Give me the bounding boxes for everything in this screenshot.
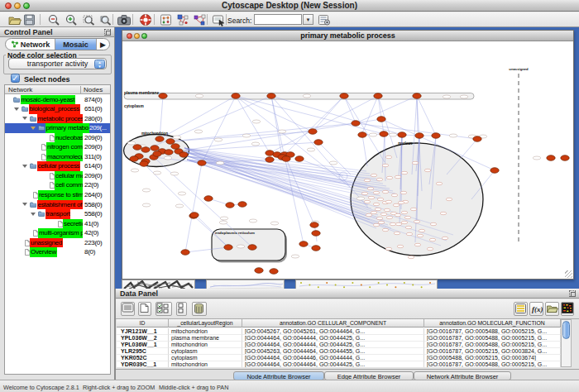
network-node[interactable] <box>270 269 278 275</box>
float-panel-icon[interactable] <box>104 29 111 36</box>
network-node[interactable] <box>398 132 406 138</box>
network-node[interactable] <box>415 133 423 139</box>
tab-overflow-button[interactable]: ▶ <box>96 39 109 50</box>
network-node[interactable] <box>248 245 256 251</box>
tab-network[interactable]: Network <box>6 39 55 50</box>
network-node[interactable] <box>314 140 323 146</box>
select-nodes-checkbox[interactable]: ✓ <box>11 74 20 83</box>
network-window-titlebar[interactable]: primary metabolic process <box>122 31 573 41</box>
network-zoom-icon[interactable] <box>141 33 147 39</box>
tab-network-attribute-browser[interactable]: Network Attribute Browser <box>414 371 511 380</box>
background-window-fragment[interactable] <box>122 280 195 289</box>
formula-builder-icon[interactable]: f(x) <box>529 302 543 316</box>
import-attributes-icon[interactable] <box>514 302 528 316</box>
tree-row-multi-organism-pro[interactable]: multi-organism pro42(0) <box>5 228 110 238</box>
network-node[interactable] <box>380 131 388 137</box>
tree-row-cell-communicat[interactable]: cell communicat22(0) <box>5 180 110 190</box>
network-node[interactable] <box>295 156 304 162</box>
network-node[interactable] <box>226 203 234 208</box>
tree-row-biological-process[interactable]: biological_process651(0) <box>5 104 110 114</box>
network-node[interactable] <box>310 222 318 228</box>
tree-expand-icon[interactable] <box>22 165 27 168</box>
table-row-ypl036w__1[interactable]: YPL036W__1mitochondrion[GO:0044464, GO:0… <box>117 342 561 348</box>
tab-node-attribute-browser[interactable]: Node Attribute Browser <box>233 371 324 380</box>
table-row-yjr121w__1[interactable]: YJR121W__1mitochondrion[GO:0045267, GO:0… <box>117 328 561 335</box>
tree-row-cellular-metabo[interactable]: cellular metabo209(0) <box>5 171 110 181</box>
network-node[interactable] <box>312 231 320 237</box>
network-node[interactable] <box>130 156 138 162</box>
network-node[interactable] <box>473 136 481 142</box>
tab-mosaic[interactable]: Mosaic <box>55 39 96 50</box>
network-node[interactable] <box>561 155 569 161</box>
attribute-grid-icon[interactable] <box>121 302 135 316</box>
network-node[interactable] <box>352 121 360 127</box>
delete-attribute-icon[interactable] <box>192 302 207 316</box>
minimize-window-icon[interactable] <box>14 2 21 9</box>
network-node[interactable] <box>267 93 275 99</box>
open-attributes-icon[interactable] <box>545 302 559 316</box>
tree-row-transport[interactable]: transport558(0) <box>5 209 110 219</box>
attribute-table-header[interactable]: ID_cellularLayoutRegionannotation.GO CEL… <box>117 319 561 327</box>
tree-expand-icon[interactable] <box>31 127 36 130</box>
tab-edge-attribute-browser[interactable]: Edge Attribute Browser <box>324 371 414 380</box>
network-node[interactable] <box>198 160 206 166</box>
matrix-icon[interactable] <box>561 302 574 316</box>
tree-row-primary-metabo[interactable]: primary metabo209(... <box>5 123 110 133</box>
network-node[interactable] <box>224 245 232 251</box>
network-node[interactable] <box>340 93 348 99</box>
table-scrollbar-thumb[interactable] <box>562 321 570 339</box>
close-window-icon[interactable] <box>5 2 12 9</box>
network-node[interactable] <box>171 144 179 150</box>
network-node[interactable] <box>166 139 175 145</box>
background-window-fragment[interactable] <box>295 280 438 289</box>
tree-row-macromolecule[interactable]: macromolecule311(0) <box>5 152 110 162</box>
network-node[interactable] <box>374 93 382 99</box>
new-attribute-icon[interactable] <box>138 302 151 316</box>
network-node[interactable] <box>299 241 308 247</box>
network-node[interactable] <box>432 133 440 139</box>
network-canvas[interactable]: plasma membranecytoplasmmitochondrionnuc… <box>122 41 573 279</box>
network-node[interactable] <box>490 168 499 174</box>
network-node[interactable] <box>547 155 555 161</box>
network-node[interactable] <box>151 146 159 151</box>
tree-row-establishment-of-lo[interactable]: establishment of lo558(0) <box>5 200 110 210</box>
network-node[interactable] <box>413 93 421 99</box>
network-node[interactable] <box>266 157 274 163</box>
network-node[interactable] <box>181 250 189 256</box>
column-header-annotation-go-molecular-function[interactable]: annotation.GO MOLECULAR_FUNCTION <box>424 319 561 327</box>
tree-row-mosaic-demo-yeast[interactable]: mosaic-demo-yeast874(0) <box>5 95 110 105</box>
zoom-window-icon[interactable] <box>23 2 30 9</box>
network-node[interactable] <box>159 93 167 99</box>
network-node[interactable] <box>282 156 290 162</box>
node-color-combo[interactable]: transporter activity ▲▼ <box>8 58 107 69</box>
network-node[interactable] <box>153 151 161 157</box>
network-node[interactable] <box>232 93 240 99</box>
app-titlebar[interactable]: Cytoscape Desktop (New Session) <box>0 0 579 12</box>
tree-row-nucleobase-[interactable]: nucleobase-209(0) <box>5 133 110 143</box>
table-row-ykr052c[interactable]: YKR052Ccytoplasm[GO:0044464, GO:0044446,… <box>117 355 561 361</box>
network-node[interactable] <box>179 152 188 158</box>
column-header--cellularlayoutregion[interactable]: _cellularLayoutRegion <box>169 319 242 327</box>
network-node[interactable] <box>358 132 366 138</box>
tree-expand-icon[interactable] <box>14 108 19 111</box>
tree-row-secretion[interactable]: secretion41(0) <box>5 219 110 229</box>
tree-expand-icon[interactable] <box>22 203 27 206</box>
attribute-table[interactable]: ID_cellularLayoutRegionannotation.GO CEL… <box>117 319 561 367</box>
network-minimize-icon[interactable] <box>134 33 140 39</box>
select-attributes-icon[interactable] <box>156 302 172 316</box>
network-close-icon[interactable] <box>127 33 132 39</box>
table-scrollbar[interactable] <box>561 319 572 367</box>
table-row-ypl036w__2[interactable]: YPL036W__2plasma membrane[GO:0044464, GO… <box>117 335 561 342</box>
network-node[interactable] <box>140 161 148 167</box>
network-node[interactable] <box>141 147 150 153</box>
tree-row-cellular-process[interactable]: cellular process614(0) <box>5 161 110 171</box>
tree-expand-icon[interactable] <box>31 213 36 216</box>
tree-row-nitrogen-compo[interactable]: nitrogen compo209(0) <box>5 142 110 152</box>
network-node[interactable] <box>312 246 320 251</box>
tree-row-unassigned[interactable]: unassigned223(0) <box>5 238 110 248</box>
network-node[interactable] <box>204 196 213 202</box>
unified-view-icon[interactable] <box>176 302 187 316</box>
search-dropdown-button[interactable]: ▼ <box>303 14 313 25</box>
tree-row-response-to-stimul[interactable]: response to stimul264(0) <box>5 190 110 200</box>
search-input[interactable] <box>254 14 302 25</box>
